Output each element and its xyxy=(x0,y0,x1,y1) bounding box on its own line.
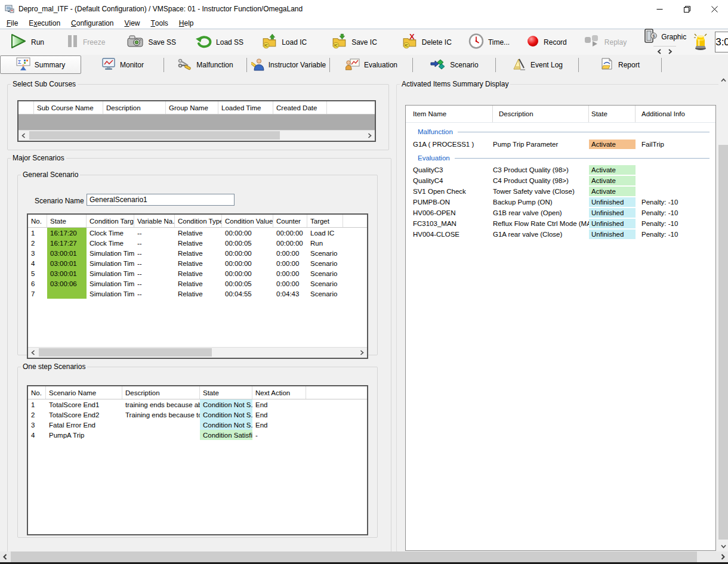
close-button[interactable] xyxy=(701,0,728,18)
scroll-left-icon[interactable] xyxy=(18,131,29,140)
one-step-row[interactable]: 4 PumpA Trip Condition Satisfi... - xyxy=(28,430,367,440)
menu-help[interactable]: Help xyxy=(174,18,199,29)
column-header[interactable] xyxy=(18,101,34,114)
column-header-scenario-name[interactable]: Scenario Name xyxy=(46,386,122,399)
scrollbar-thumb[interactable] xyxy=(718,145,728,540)
activated-item-row[interactable]: HV006-OPEN G1B rear valve (Open) Unfinis… xyxy=(406,207,715,218)
general-scenario-group: General Scenario Scenario Name No. State… xyxy=(17,171,378,355)
scroll-down-icon[interactable] xyxy=(718,541,728,551)
save-ss-button[interactable]: Save SS xyxy=(122,31,181,54)
tab-monitor[interactable]: Monitor xyxy=(81,55,164,75)
menu-file[interactable]: File xyxy=(1,18,23,29)
scenario-step-row[interactable]: 4 03:00:01 Simulation Time -- Relative 0… xyxy=(28,258,367,268)
scenario-step-row[interactable]: 5 03:00:01 Simulation Time -- Relative 0… xyxy=(28,268,367,278)
column-header-target[interactable]: Target xyxy=(307,215,343,227)
scenario-step-row[interactable]: 7 Simulation Time -- Relative 00:04:55 0… xyxy=(28,289,367,299)
column-header-item-name[interactable]: Item Name xyxy=(406,106,493,122)
column-header-description[interactable]: Description xyxy=(103,101,166,114)
tab-event-log[interactable]: Event Log xyxy=(496,55,579,75)
replay-button[interactable]: Replay xyxy=(578,31,632,54)
column-header-no[interactable]: No. xyxy=(28,386,46,399)
general-scenario-hscrollbar xyxy=(28,347,367,358)
freeze-icon xyxy=(67,34,79,50)
title-bar: Depro_mal_ITF - (Default Configuration) … xyxy=(0,0,728,18)
one-step-scenarios-table: No. Scenario Name Description State Next… xyxy=(27,385,368,535)
time-button[interactable]: Time... xyxy=(463,31,515,54)
app-window: Depro_mal_ITF - (Default Configuration) … xyxy=(0,0,728,564)
menu-view[interactable]: View xyxy=(119,18,145,29)
graphic-control: $ Graphic xyxy=(641,28,689,56)
menu-tools[interactable]: Tools xyxy=(146,18,174,29)
scroll-right-icon[interactable] xyxy=(357,348,367,357)
column-header-variable-name[interactable]: Variable Na... xyxy=(134,215,175,227)
activated-item-row[interactable]: QualityC4 C4 Product Quality (98>) Activ… xyxy=(406,175,715,186)
scrollbar-thumb[interactable] xyxy=(29,131,280,140)
activated-item-row[interactable]: PUMPB-ON Backup Pump (ON) Unfinished Pen… xyxy=(406,197,715,207)
load-ic-icon: IC xyxy=(262,33,277,51)
column-header-condition-type[interactable]: Condition Type xyxy=(175,215,222,227)
activated-item-row[interactable]: G1A ( PROCESS1 ) Pump Trip Parameter Act… xyxy=(406,138,715,150)
tab-instructor-variable[interactable]: Instructor Variable xyxy=(247,55,330,75)
record-button[interactable]: Record xyxy=(521,31,572,54)
scenario-step-row[interactable]: 2 16:17:27 Clock Time -- Relative 00:00:… xyxy=(28,238,367,248)
one-step-row[interactable]: 3 Fatal Error End Condition Not S... End xyxy=(28,420,367,430)
tab-evaluation[interactable]: Evaluation xyxy=(330,55,413,75)
column-header-sub-course-name[interactable]: Sub Course Name xyxy=(34,101,103,114)
tab-malfunction[interactable]: Malfunction xyxy=(164,55,247,75)
scroll-up-icon[interactable] xyxy=(718,75,728,85)
scrollbar-thumb[interactable] xyxy=(39,348,212,357)
column-header-additional-info[interactable]: Additional Info xyxy=(636,106,715,122)
activated-item-row[interactable]: FC3103_MAN Reflux Flow Rate Ctrl Mode (M… xyxy=(406,218,715,229)
scrollbar-thumb[interactable] xyxy=(11,551,697,562)
menu-bar: File Execution Configuration View Tools … xyxy=(0,18,728,29)
column-header-no[interactable]: No. xyxy=(28,215,47,227)
svg-text:IC: IC xyxy=(334,44,338,47)
graphic-button[interactable]: $ Graphic xyxy=(643,28,686,45)
scroll-left-icon[interactable] xyxy=(0,551,10,562)
menu-configuration[interactable]: Configuration xyxy=(66,18,119,29)
column-header-state[interactable]: State xyxy=(47,215,87,227)
load-ic-button[interactable]: IC Load IC xyxy=(257,31,312,54)
tab-summary[interactable]: Σ Summary xyxy=(0,55,81,74)
tab-scenario[interactable]: Scenario xyxy=(413,55,496,75)
minimize-button[interactable] xyxy=(646,0,673,18)
menu-execution[interactable]: Execution xyxy=(23,18,66,29)
column-header-description[interactable]: Description xyxy=(493,106,589,122)
scroll-right-icon[interactable] xyxy=(365,131,375,140)
restore-button[interactable] xyxy=(673,0,701,18)
column-header-state[interactable]: State xyxy=(589,106,636,122)
column-header-description[interactable]: Description xyxy=(122,386,200,399)
column-header-loaded-time[interactable]: Loaded Time xyxy=(218,101,273,114)
save-ic-button[interactable]: IC Save IC xyxy=(326,31,382,54)
freeze-button[interactable]: Freeze xyxy=(61,31,110,54)
column-header-condition-value[interactable]: Condition Value xyxy=(222,215,273,227)
one-step-row[interactable]: 1 TotalScore End1 training ends because … xyxy=(28,399,367,410)
svg-text:Σ: Σ xyxy=(18,59,21,65)
column-header-created-date[interactable]: Created Date xyxy=(273,101,327,114)
column-header-state[interactable]: State xyxy=(200,386,252,399)
delete-ic-button[interactable]: ICX Delete IC xyxy=(397,31,457,54)
one-step-row[interactable]: 2 TotalScore End2 Training ends because … xyxy=(28,410,367,420)
load-ss-button[interactable]: Load SS xyxy=(190,31,249,54)
camera-icon xyxy=(127,35,144,49)
scenario-step-row[interactable]: 1 16:17:20 Clock Time -- Relative 00:00:… xyxy=(28,228,367,238)
scenario-name-input[interactable] xyxy=(87,194,235,206)
malfunction-section-header: Malfunction xyxy=(406,126,715,137)
run-button[interactable]: Run xyxy=(5,31,50,54)
svg-text:X: X xyxy=(409,33,415,41)
scroll-left-icon[interactable] xyxy=(28,348,38,357)
summary-tab-icon: Σ xyxy=(16,57,30,72)
activated-item-row[interactable]: HV004-CLOSE G1A rear valve (Close) Unfin… xyxy=(406,229,715,240)
activated-item-row[interactable]: SV1 Open Check Tower Safety valve (Close… xyxy=(406,186,715,197)
column-header-counter[interactable]: Counter xyxy=(273,215,307,227)
column-header-next-action[interactable]: Next Action xyxy=(252,386,306,399)
instructor-variable-tab-icon xyxy=(251,58,264,73)
activated-item-row[interactable]: QualityC3 C3 Product Quality (98>) Activ… xyxy=(406,165,715,175)
column-header-group-name[interactable]: Group Name xyxy=(166,101,218,114)
scenario-step-row[interactable]: 3 03:00:01 Simulation Time -- Relative 0… xyxy=(28,248,367,258)
tab-report[interactable]: Report xyxy=(579,55,662,75)
scenario-step-row[interactable]: 6 03:00:06 Simulation Time -- Relative 0… xyxy=(28,278,367,289)
tab-bar: Σ Summary Monitor Malfunction Instructor… xyxy=(0,55,728,75)
scroll-right-icon[interactable] xyxy=(718,551,728,562)
column-header-condition-target[interactable]: Condition Target xyxy=(87,215,134,227)
